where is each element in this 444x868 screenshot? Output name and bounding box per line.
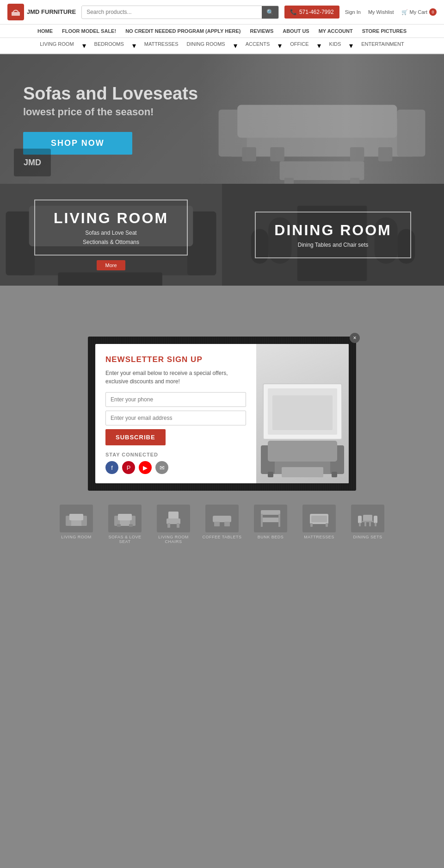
hero-watermark: JMD xyxy=(14,149,51,176)
subnav-kids[interactable]: KIDS xyxy=(329,41,341,50)
cat-icon-coffee-tables[interactable]: COFFEE TABLETS xyxy=(200,505,244,544)
nav-store-pictures[interactable]: STORE PICTURES xyxy=(362,28,407,34)
subnav-chevron-3: ▾ xyxy=(234,41,237,50)
subnav-dining-rooms[interactable]: DINING ROOMS xyxy=(187,41,225,50)
top-bar: JMD FURNITURE 🔍 📞 571-462-7992 Sign In M… xyxy=(0,0,444,25)
cat-icon-bunk-beds[interactable]: BUNK BEDS xyxy=(249,505,293,544)
nav-account[interactable]: MY ACCOUNT xyxy=(319,28,353,34)
svg-rect-54 xyxy=(261,518,280,522)
svg-rect-47 xyxy=(177,523,179,528)
dining-room-overlay: DINING ROOM Dining Tables and Chair sets xyxy=(222,184,444,286)
sofa-illustration xyxy=(256,344,349,483)
cat-icon-mattresses[interactable]: MATTRESSES xyxy=(297,505,341,544)
newsletter-desc: Enter your email below to receive a spec… xyxy=(105,369,246,386)
nav-reviews[interactable]: REVIEWS xyxy=(250,28,274,34)
hero-furniture-bg xyxy=(200,54,444,184)
living-room-overlay: LIVING ROOM Sofas and Love Seat Sectiona… xyxy=(0,184,222,286)
svg-rect-43 xyxy=(129,524,133,527)
bunk-beds-icon-label: BUNK BEDS xyxy=(258,535,284,539)
nav-about[interactable]: ABOUT US xyxy=(283,28,309,34)
living-room-more-button[interactable]: More xyxy=(97,260,125,270)
cat-icon-chairs[interactable]: LIVING ROOM CHAIRS xyxy=(152,505,196,544)
wishlist-link[interactable]: My Wishlist xyxy=(368,9,394,15)
svg-rect-70 xyxy=(375,523,376,526)
hero-subline: lowest price of the season! xyxy=(23,106,198,118)
subscribe-button[interactable]: SUBSCRIBE xyxy=(105,429,166,445)
search-bar: 🔍 xyxy=(81,6,279,19)
dining-room-panel[interactable]: DINING ROOM Dining Tables and Chair sets xyxy=(222,184,444,286)
svg-rect-48 xyxy=(213,516,231,522)
youtube-icon[interactable]: ▶ xyxy=(139,461,152,474)
svg-rect-61 xyxy=(310,523,313,527)
category-panels: LIVING ROOM Sofas and Love Seat Sectiona… xyxy=(0,184,444,286)
subnav-chevron-5: ▾ xyxy=(317,41,321,50)
bottom-grey-area xyxy=(0,553,444,868)
subnav-living-room[interactable]: LIVING ROOM xyxy=(40,41,74,50)
search-input[interactable] xyxy=(82,6,262,18)
svg-rect-0 xyxy=(12,12,20,16)
svg-rect-11 xyxy=(350,178,359,184)
svg-rect-9 xyxy=(280,161,364,180)
svg-rect-33 xyxy=(282,467,323,477)
phone-icon: 📞 xyxy=(290,9,297,15)
svg-rect-60 xyxy=(311,516,327,522)
cat-icon-dining-sets[interactable]: DINING SETS xyxy=(346,505,390,544)
dining-sets-icon-label: DINING SETS xyxy=(353,535,382,539)
living-room-icon-label: LIVING ROOM xyxy=(61,535,92,539)
living-room-icon-box xyxy=(60,505,93,532)
newsletter-title: NEWSLETTER SIGN UP xyxy=(105,355,246,364)
svg-rect-3 xyxy=(397,110,425,157)
svg-rect-50 xyxy=(226,522,230,526)
svg-rect-52 xyxy=(224,522,227,526)
cat-icon-sofas[interactable]: SOFAS & LOVE SEAT xyxy=(103,505,147,544)
subnav-entertainment[interactable]: ENTERTAINMENT xyxy=(361,41,404,50)
cat-icon-living-room[interactable]: LIVING ROOM xyxy=(55,505,99,544)
living-room-panel[interactable]: LIVING ROOM Sofas and Love Seat Sectiona… xyxy=(0,184,222,286)
nav-home[interactable]: HOME xyxy=(37,28,53,34)
search-button[interactable]: 🔍 xyxy=(262,6,278,19)
dining-room-title: DINING ROOM xyxy=(274,222,391,239)
phone-number: 571-462-7992 xyxy=(299,9,334,15)
sofas-icon-label: SOFAS & LOVE SEAT xyxy=(103,535,147,544)
svg-rect-49 xyxy=(214,522,218,526)
svg-rect-6 xyxy=(378,147,392,161)
svg-rect-58 xyxy=(278,522,280,527)
email-input[interactable] xyxy=(105,411,246,425)
living-room-border: LIVING ROOM Sofas and Love Seat Sectiona… xyxy=(34,200,188,256)
svg-rect-26 xyxy=(272,395,333,430)
phone-input[interactable] xyxy=(105,392,246,407)
logo: JMD FURNITURE xyxy=(7,4,76,20)
nav-floor-sale[interactable]: FLOOR MODEL SALE! xyxy=(62,28,116,34)
subnav-mattresses[interactable]: MATTRESSES xyxy=(144,41,179,50)
coffee-tables-icon-box xyxy=(205,505,239,532)
hero-banner: Sofas and Loveseats lowest price of the … xyxy=(0,54,444,184)
cart-icon: 🛒 xyxy=(401,9,408,15)
sofas-icon-box xyxy=(108,505,142,532)
email-icon[interactable]: ✉ xyxy=(155,461,168,474)
top-actions: Sign In My Wishlist 🛒 My Cart 0 xyxy=(345,8,437,16)
phone-button[interactable]: 📞 571-462-7992 xyxy=(284,6,339,19)
subnav-bedrooms[interactable]: BEDROOMS xyxy=(94,41,124,50)
svg-rect-69 xyxy=(374,516,377,523)
subnav-accents[interactable]: ACCENTS xyxy=(246,41,270,50)
svg-rect-67 xyxy=(358,516,362,523)
coffee-tables-icon-label: COFFEE TABLETS xyxy=(202,535,241,539)
nav-no-credit[interactable]: NO CREDIT NEEDED PROGRAM (APPLY HERE) xyxy=(125,28,240,34)
svg-rect-10 xyxy=(284,178,294,184)
pinterest-icon[interactable]: P xyxy=(122,461,135,474)
category-icons-row: LIVING ROOM SOFAS & LOVE SEAT LIVING ROO… xyxy=(0,495,444,553)
cart-button[interactable]: 🛒 My Cart 0 xyxy=(401,8,437,16)
sign-in-link[interactable]: Sign In xyxy=(345,9,361,15)
facebook-icon[interactable]: f xyxy=(105,461,118,474)
popup-inner: NEWSLETTER SIGN UP Enter your email belo… xyxy=(95,344,349,483)
svg-rect-64 xyxy=(362,521,373,522)
svg-rect-62 xyxy=(326,523,328,527)
subnav-office[interactable]: OFFICE xyxy=(290,41,308,50)
svg-rect-31 xyxy=(268,472,273,477)
popup-close-button[interactable]: × xyxy=(350,333,360,343)
svg-rect-57 xyxy=(261,522,263,527)
mattresses-icon-box xyxy=(302,505,336,532)
svg-rect-32 xyxy=(332,472,337,477)
hero-headline: Sofas and Loveseats xyxy=(23,83,198,105)
svg-rect-46 xyxy=(167,523,170,528)
